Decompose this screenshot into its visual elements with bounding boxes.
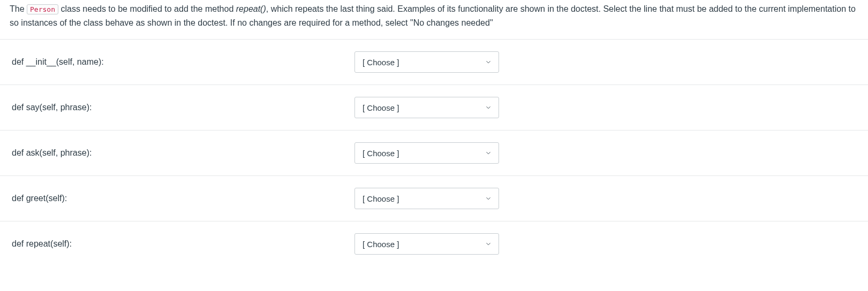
dropdown-value: [ Choose ] [363, 103, 399, 112]
dropdown-value: [ Choose ] [363, 194, 399, 203]
question-prompt: The Person class needs to be modified to… [0, 2, 868, 39]
chevron-down-icon [485, 58, 492, 66]
chevron-down-icon [485, 149, 492, 157]
match-label-repeat: def repeat(self): [12, 239, 354, 249]
match-row-greet: def greet(self): [ Choose ] [0, 176, 868, 221]
match-row-init: def __init__(self, name): [ Choose ] [0, 40, 868, 85]
match-row-repeat: def repeat(self): [ Choose ] [0, 221, 868, 266]
code-token-person: Person [27, 4, 58, 14]
dropdown-greet[interactable]: [ Choose ] [354, 188, 499, 209]
match-row-ask: def ask(self, phrase): [ Choose ] [0, 131, 868, 176]
dropdown-value: [ Choose ] [363, 149, 399, 158]
dropdown-init[interactable]: [ Choose ] [354, 51, 499, 73]
dropdown-repeat[interactable]: [ Choose ] [354, 233, 499, 255]
prompt-text-part2: class needs to be modified to add the me… [58, 4, 236, 13]
matching-area: def __init__(self, name): [ Choose ] def… [0, 39, 868, 266]
match-label-say: def say(self, phrase): [12, 103, 354, 112]
match-row-say: def say(self, phrase): [ Choose ] [0, 85, 868, 131]
chevron-down-icon [485, 104, 492, 111]
match-label-greet: def greet(self): [12, 194, 354, 203]
dropdown-value: [ Choose ] [363, 58, 399, 67]
dropdown-say[interactable]: [ Choose ] [354, 97, 499, 118]
prompt-italic-method: repeat() [236, 4, 266, 13]
chevron-down-icon [485, 195, 492, 202]
chevron-down-icon [485, 240, 492, 248]
prompt-text-part1: The [10, 4, 27, 13]
dropdown-ask[interactable]: [ Choose ] [354, 142, 499, 164]
match-label-init: def __init__(self, name): [12, 57, 354, 67]
dropdown-value: [ Choose ] [363, 240, 399, 249]
match-label-ask: def ask(self, phrase): [12, 148, 354, 158]
